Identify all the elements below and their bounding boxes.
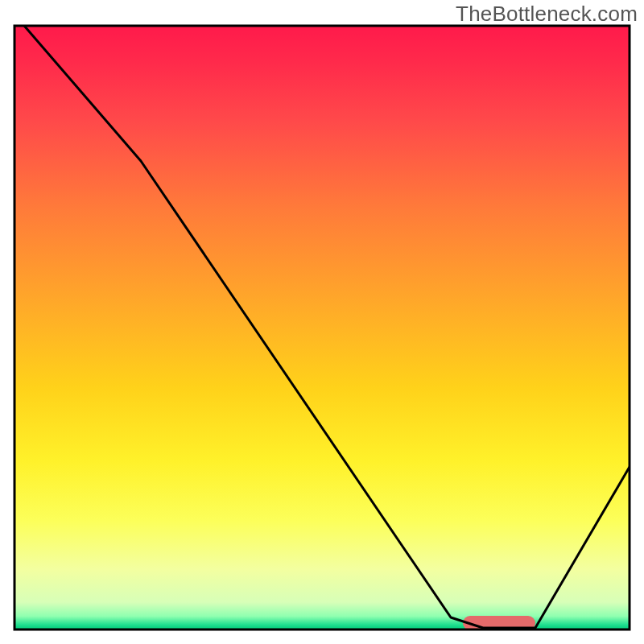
bottleneck-chart xyxy=(0,0,644,644)
chart-canvas: TheBottleneck.com xyxy=(0,0,644,644)
gradient-background xyxy=(14,26,630,630)
